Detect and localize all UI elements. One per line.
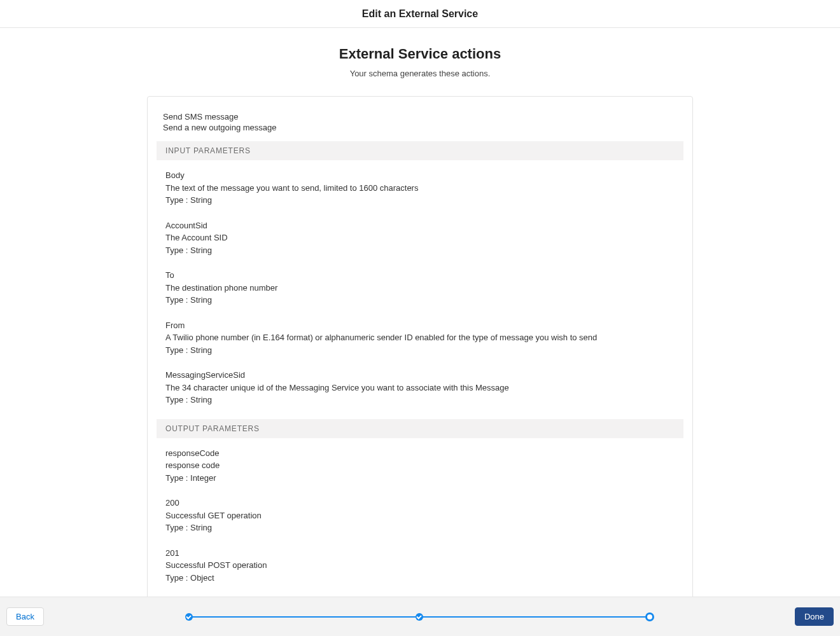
action-title: Send SMS message [163,112,683,121]
param-desc: A Twilio phone number (in E.164 format) … [165,331,683,344]
progress-track [185,612,654,621]
page-subheading: Your schema generates these actions. [0,69,840,78]
param-name: Body [165,169,683,182]
param-name: 200 [165,497,683,509]
output-param: 200 Successful GET operation Type : Stri… [165,497,683,534]
param-desc: Successful GET operation [165,509,683,522]
input-param: Body The text of the message you want to… [165,169,683,207]
input-param: From A Twilio phone number (in E.164 for… [165,319,683,357]
param-desc: response code [165,459,683,472]
param-type: Type : String [165,294,683,307]
param-name: AccountSid [165,219,683,232]
param-type: Type : String [165,394,683,406]
action-description: Send a new outgoing message [163,123,683,132]
back-button[interactable]: Back [6,607,44,626]
wizard-step-2[interactable] [416,613,423,621]
output-parameters-header: OUTPUT PARAMETERS [157,419,683,438]
page-heading: External Service actions [0,46,840,62]
param-type: Type : Integer [165,472,683,485]
output-param: responseCode response code Type : Intege… [165,447,683,485]
param-type: Type : String [165,244,683,257]
param-type: Type : Object [165,572,683,584]
page-content: External Service actions Your schema gen… [0,28,840,636]
wizard-step-3[interactable] [645,612,654,621]
param-type: Type : String [165,194,683,207]
param-desc: The 34 character unique id of the Messag… [165,382,683,394]
param-desc: The text of the message you want to send… [165,182,683,195]
wizard-footer: Back Done [0,597,840,636]
wizard-step-1[interactable] [185,613,193,621]
param-desc: Successful POST operation [165,559,683,572]
param-name: From [165,319,683,332]
param-name: MessagingServiceSid [165,369,683,382]
param-type: Type : String [165,344,683,357]
param-desc: The destination phone number [165,282,683,294]
param-name: To [165,269,683,282]
input-param: MessagingServiceSid The 34 character uni… [165,369,683,406]
param-type: Type : String [165,522,683,534]
modal-header: Edit an External Service [0,0,840,28]
input-param: AccountSid The Account SID Type : String [165,219,683,257]
action-card: Send SMS message Send a new outgoing mes… [147,96,693,636]
wizard-progress [44,597,795,636]
input-param: To The destination phone number Type : S… [165,269,683,307]
modal-title: Edit an External Service [362,8,478,20]
param-name: responseCode [165,447,683,460]
output-param: 201 Successful POST operation Type : Obj… [165,547,683,584]
param-name: 201 [165,547,683,560]
done-button[interactable]: Done [795,607,834,626]
input-parameters-header: INPUT PARAMETERS [157,141,683,160]
param-desc: The Account SID [165,232,683,244]
